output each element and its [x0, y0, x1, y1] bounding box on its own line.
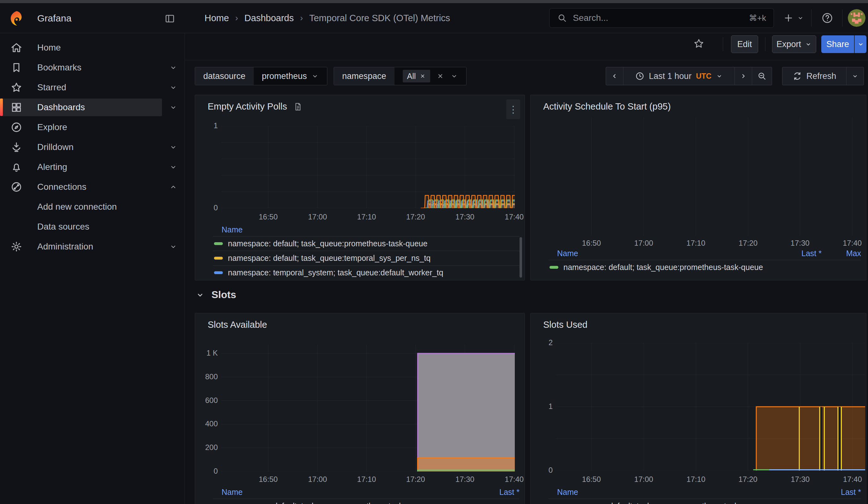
y-tick-label: 0: [214, 203, 218, 212]
plot-area[interactable]: [221, 126, 515, 208]
series-name: namespace: default; task_queue:temporal_…: [228, 254, 431, 263]
actions-row-divider: [185, 60, 868, 60]
chevron-down-icon[interactable]: [162, 138, 185, 156]
zoom-out-button[interactable]: [752, 67, 772, 85]
help-button[interactable]: [817, 10, 838, 26]
export-label: Export: [776, 40, 801, 49]
panel-activity-schedule-to-start: Activity Schedule To Start (p95) 16:5017…: [530, 95, 866, 280]
legend-column-name[interactable]: Name: [221, 487, 466, 497]
chevron-down-icon[interactable]: [162, 238, 185, 256]
breadcrumb: Home›Dashboards›Temporal Core SDK (OTel)…: [205, 3, 450, 33]
namespace-select[interactable]: All: [394, 67, 466, 85]
panel-menu-button[interactable]: ⋮: [506, 100, 520, 119]
legend-row[interactable]: namespace: default; task_queue:prometheu…: [548, 260, 861, 275]
sidebar-item-label: Dashboards: [37, 102, 85, 112]
time-shift-back-button[interactable]: [606, 67, 623, 85]
chevron-down-icon[interactable]: [162, 59, 185, 76]
panel-legend: NameLast *namespace: default; task_queue…: [213, 485, 519, 504]
sidebar-item-starred[interactable]: Starred: [0, 78, 185, 97]
datasource-select[interactable]: prometheus: [254, 67, 327, 85]
legend-row[interactable]: namespace: default; task_queue:prometheu…: [213, 236, 519, 251]
y-tick-label: 0: [549, 466, 553, 475]
sidebar-toggle-icon[interactable]: [163, 12, 177, 25]
legend-scrollbar[interactable]: [519, 237, 522, 278]
panel-title[interactable]: Slots Used: [543, 320, 587, 330]
search-input[interactable]: Search... ⌘+k: [549, 8, 774, 28]
namespace-value-chip[interactable]: All: [403, 70, 431, 82]
breadcrumb-item[interactable]: Dashboards: [244, 13, 293, 23]
legend-row[interactable]: namespace: default; task_queue:temporal_…: [213, 251, 519, 265]
time-shift-forward-button[interactable]: [734, 67, 752, 85]
remove-value-icon[interactable]: [420, 73, 426, 79]
x-tick-label: 16:50: [251, 213, 286, 222]
panel-legend: Namenamespace: default; task_queue:prome…: [213, 223, 519, 280]
legend-column-name[interactable]: Name: [221, 225, 519, 234]
panel-legend: NameLast *namespace: default; task_queue…: [548, 485, 861, 504]
breadcrumb-separator: ›: [235, 13, 238, 23]
edit-button[interactable]: Edit: [731, 35, 758, 53]
legend-row[interactable]: namespace: default; task_queue:prometheu…: [213, 498, 519, 504]
legend-column-name[interactable]: Name: [557, 249, 768, 258]
plot-area[interactable]: [556, 117, 852, 236]
sidebar-item-administration[interactable]: Administration: [0, 237, 185, 256]
y-axis-labels: 10: [199, 126, 218, 208]
sidebar-item-dashboards[interactable]: Dashboards: [0, 97, 185, 117]
legend-column-last-[interactable]: Last *: [768, 249, 822, 258]
x-tick-label: 17:20: [398, 213, 433, 222]
chevron-up-icon[interactable]: [162, 178, 185, 196]
series-name: namespace: default; task_queue:prometheu…: [564, 263, 763, 272]
export-button[interactable]: Export: [772, 35, 816, 53]
legend-column-last-[interactable]: Last *: [466, 487, 519, 497]
share-button[interactable]: Share: [821, 35, 854, 53]
panel-title[interactable]: Empty Activity Polls: [208, 101, 287, 112]
sidebar-item-connections[interactable]: Connections: [0, 177, 185, 197]
panel-title[interactable]: Slots Available: [208, 320, 267, 330]
x-tick-label: 17:00: [626, 239, 661, 248]
panel-description-icon[interactable]: [293, 102, 303, 112]
panel-title[interactable]: Activity Schedule To Start (p95): [543, 101, 671, 112]
chevron-down-icon[interactable]: [162, 99, 185, 116]
share-dropdown-button[interactable]: [855, 35, 866, 53]
plot-area[interactable]: [221, 344, 515, 472]
series-name: namespace: default; task_queue:prometheu…: [228, 239, 427, 248]
sidebar-item-alerting[interactable]: Alerting: [0, 157, 185, 177]
chevron-down-icon[interactable]: [162, 79, 185, 96]
nav-divider: [811, 10, 812, 27]
x-tick-label: 16:50: [574, 239, 609, 248]
legend-column-max[interactable]: Max: [822, 249, 861, 258]
datasource-variable: datasource prometheus: [195, 67, 327, 85]
y-tick-label: 2: [549, 338, 553, 347]
chevron-down-icon[interactable]: [162, 158, 185, 176]
new-button[interactable]: [777, 10, 810, 26]
sidebar-item-add-new-connection[interactable]: Add new connection: [0, 197, 185, 217]
legend-column-last-[interactable]: Last *: [807, 487, 861, 497]
legend-row[interactable]: namespace: default; task_queue:prometheu…: [548, 498, 861, 504]
sidebar-item-label: Home: [37, 43, 61, 53]
series-color-swatch: [214, 257, 223, 260]
sidebar-item-drilldown[interactable]: Drilldown: [0, 137, 185, 157]
time-range-picker[interactable]: Last 1 hour UTC: [623, 67, 734, 85]
refresh-button[interactable]: Refresh: [783, 67, 846, 85]
clear-icon[interactable]: [436, 72, 444, 80]
x-tick-label: 17:30: [783, 475, 817, 484]
legend-row[interactable]: namespace: temporal_system; task_queue:d…: [213, 265, 519, 280]
sidebar-item-label: Alerting: [37, 162, 67, 172]
sidebar-item-home[interactable]: Home: [0, 38, 185, 58]
breadcrumb-item[interactable]: Home: [205, 13, 229, 23]
plot-area[interactable]: [556, 343, 865, 471]
grafana-logo-icon[interactable]: [8, 10, 24, 27]
chevron-down-icon: [857, 41, 864, 48]
datasource-label: datasource: [195, 67, 254, 85]
sidebar-item-explore[interactable]: Explore: [0, 117, 185, 137]
chevron-down-icon: [196, 290, 205, 299]
sidebar-divider: [185, 33, 185, 504]
x-tick-label: 17:10: [349, 213, 384, 222]
chevron-down-icon: [797, 14, 804, 21]
slots-section-toggle[interactable]: Slots: [196, 289, 236, 301]
sidebar-item-data-sources[interactable]: Data sources: [0, 217, 185, 237]
refresh-interval-dropdown[interactable]: [846, 67, 864, 85]
user-avatar[interactable]: [848, 9, 866, 27]
sidebar-item-bookmarks[interactable]: Bookmarks: [0, 58, 185, 78]
legend-column-name[interactable]: Name: [557, 487, 807, 497]
favorite-star-icon[interactable]: [690, 35, 707, 52]
